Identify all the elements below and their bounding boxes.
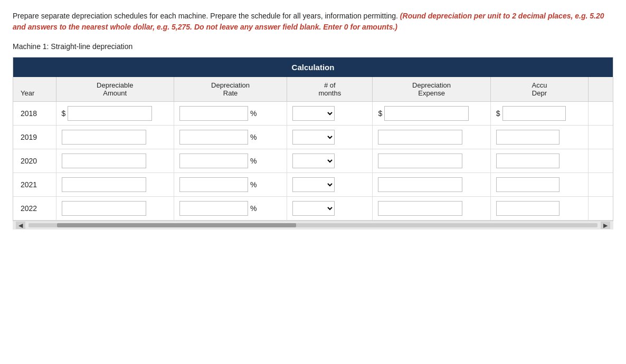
cell-overflow (589, 173, 613, 197)
cell-num-months: 123456789101112 (287, 149, 373, 173)
percent-symbol: % (250, 133, 257, 141)
cell-depreciable-amount: $ (56, 102, 174, 126)
input-depreciation-expense[interactable] (378, 130, 462, 145)
input-accum-depr[interactable] (496, 201, 559, 216)
machine-label: Machine 1: Straight-line depreciation (13, 42, 613, 51)
horizontal-scrollbar[interactable]: ◀ ▶ (13, 221, 613, 229)
select-months[interactable]: 123456789101112 (292, 106, 335, 121)
instructions-text: Prepare separate depreciation schedules … (13, 12, 398, 20)
depreciation-table-wrapper: Calculation Year Depreciable Amount Depr… (13, 57, 613, 221)
input-depreciation-expense[interactable] (378, 154, 462, 168)
table-row: 2018$%123456789101112$$ (13, 102, 613, 126)
cell-accum-depr (490, 173, 588, 197)
cell-depreciation-expense (373, 173, 490, 197)
cell-overflow (589, 197, 613, 221)
cell-depreciation-rate: % (174, 173, 287, 197)
dollar-symbol-accum: $ (496, 109, 500, 118)
select-months[interactable]: 123456789101112 (292, 154, 335, 168)
cell-depreciable-amount (56, 197, 174, 221)
cell-year: 2018 (13, 102, 56, 126)
select-months[interactable]: 123456789101112 (292, 201, 335, 216)
percent-symbol: % (250, 180, 257, 189)
cell-depreciation-expense (373, 126, 490, 149)
input-accum-depr[interactable] (496, 177, 559, 192)
input-accum-depr[interactable] (502, 106, 566, 121)
cell-num-months: 123456789101112 (287, 102, 373, 126)
input-depreciable-amount[interactable] (62, 201, 146, 216)
input-accum-depr[interactable] (496, 154, 559, 168)
col-year: Year (13, 77, 56, 102)
table-row: 2019%123456789101112 (13, 126, 613, 149)
select-months[interactable]: 123456789101112 (292, 130, 335, 145)
select-months[interactable]: 123456789101112 (292, 177, 335, 192)
cell-year: 2021 (13, 173, 56, 197)
column-header-row: Year Depreciable Amount Depreciation Rat… (13, 77, 613, 102)
col-depreciable-amount: Depreciable Amount (56, 77, 174, 102)
cell-overflow (589, 102, 613, 126)
cell-depreciation-rate: % (174, 102, 287, 126)
input-depreciation-expense[interactable] (384, 106, 469, 121)
table-row: 2020%123456789101112 (13, 149, 613, 173)
cell-depreciable-amount (56, 173, 174, 197)
cell-num-months: 123456789101112 (287, 197, 373, 221)
scroll-right-button[interactable]: ▶ (601, 222, 610, 229)
cell-year: 2022 (13, 197, 56, 221)
col-overflow-hint (589, 77, 613, 102)
cell-depreciation-expense (373, 149, 490, 173)
cell-depreciation-expense: $ (373, 102, 490, 126)
input-depreciation-expense[interactable] (378, 201, 462, 216)
input-depreciation-expense[interactable] (378, 177, 462, 192)
col-accum-depr: Accu Depr (490, 77, 588, 102)
scrollbar-track (29, 223, 597, 227)
cell-depreciation-expense (373, 197, 490, 221)
depreciation-table: Calculation Year Depreciable Amount Depr… (13, 58, 613, 221)
cell-depreciation-rate: % (174, 197, 287, 221)
cell-overflow (589, 126, 613, 149)
col-depreciation-expense: Depreciation Expense (373, 77, 490, 102)
input-accum-depr[interactable] (496, 130, 559, 145)
input-depreciable-amount[interactable] (62, 154, 146, 168)
input-depreciation-rate[interactable] (179, 201, 248, 216)
cell-accum-depr (490, 197, 588, 221)
input-depreciable-amount[interactable] (68, 106, 152, 121)
table-row: 2022%123456789101112 (13, 197, 613, 221)
input-depreciable-amount[interactable] (62, 177, 146, 192)
percent-symbol: % (250, 109, 257, 118)
cell-year: 2020 (13, 149, 56, 173)
col-depreciation-rate: Depreciation Rate (174, 77, 287, 102)
cell-year: 2019 (13, 126, 56, 149)
input-depreciation-rate[interactable] (179, 177, 248, 192)
cell-num-months: 123456789101112 (287, 173, 373, 197)
scrollbar-thumb[interactable] (57, 223, 296, 227)
input-depreciable-amount[interactable] (62, 130, 146, 145)
cell-depreciable-amount (56, 126, 174, 149)
calculation-header: Calculation (13, 58, 613, 77)
cell-overflow (589, 149, 613, 173)
percent-symbol: % (250, 157, 257, 165)
scroll-left-button[interactable]: ◀ (16, 222, 25, 229)
instructions-block: Prepare separate depreciation schedules … (13, 11, 613, 33)
cell-depreciation-rate: % (174, 126, 287, 149)
cell-depreciation-rate: % (174, 149, 287, 173)
cell-num-months: 123456789101112 (287, 126, 373, 149)
percent-symbol: % (250, 204, 257, 213)
dollar-symbol-expense: $ (378, 109, 382, 118)
cell-accum-depr (490, 149, 588, 173)
dollar-symbol-depreciable: $ (62, 109, 66, 118)
input-depreciation-rate[interactable] (179, 154, 248, 168)
table-row: 2021%123456789101112 (13, 173, 613, 197)
cell-depreciable-amount (56, 149, 174, 173)
col-num-months: # of months (287, 77, 373, 102)
cell-accum-depr (490, 126, 588, 149)
input-depreciation-rate[interactable] (179, 130, 248, 145)
cell-accum-depr: $ (490, 102, 588, 126)
input-depreciation-rate[interactable] (179, 106, 248, 121)
table-body: 2018$%123456789101112$$2019%123456789101… (13, 102, 613, 221)
